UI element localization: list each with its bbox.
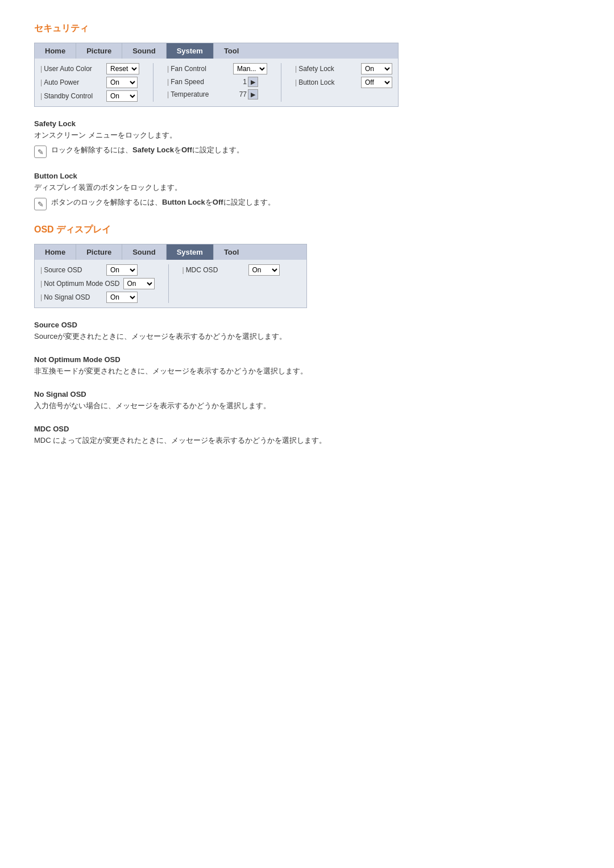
security-col-2: Fan Control Man... Auto Fan Speed 1 ▶ Te… [167, 63, 267, 102]
row-source-osd: Source OSD On Off [40, 264, 155, 276]
mdc-osd-desc: MDC によって設定が変更されたときに、メッセージを表示するかどうかを選択します… [34, 435, 489, 446]
security-tabs: Home Picture Sound System Tool [35, 43, 398, 59]
button-lock-section: Button Lock ディスプレイ装置のボタンをロックします。 ✎ ボタンのロ… [34, 172, 489, 210]
security-col-3: Safety Lock On Off Button Lock On Off [295, 63, 392, 102]
button-lock-title: Button Lock [34, 172, 489, 180]
not-optimum-osd-section: Not Optimum Mode OSD 非互換モードが変更されたときに、メッセ… [34, 355, 489, 376]
safety-lock-section: Safety Lock オンスクリーン メニューをロックします。 ✎ ロックを解… [34, 119, 489, 158]
row-mdc-osd: MDC OSD On Off [182, 264, 280, 276]
fan-speed-arrow[interactable]: ▶ [248, 77, 258, 87]
label-source-osd: Source OSD [40, 266, 103, 274]
select-user-auto-color[interactable]: Reset [106, 63, 139, 74]
not-optimum-osd-desc: 非互換モードが変更されたときに、メッセージを表示するかどうかを選択します。 [34, 366, 489, 376]
not-optimum-osd-title: Not Optimum Mode OSD [34, 355, 489, 364]
osd-col-divider [168, 264, 169, 303]
row-temperature: Temperature 77 ▶ [167, 89, 267, 99]
osd-title: OSD ディスプレイ [34, 224, 580, 236]
row-no-signal-osd: No Signal OSD On Off [40, 292, 155, 303]
tab-system-osd[interactable]: System [167, 244, 214, 260]
security-title: セキュリティ [34, 23, 580, 35]
security-col-1: User Auto Color Reset Auto Power On Off … [40, 63, 139, 102]
label-fan-control: Fan Control [167, 65, 230, 73]
security-body: User Auto Color Reset Auto Power On Off … [35, 59, 398, 106]
security-table: Home Picture Sound System Tool User Auto… [34, 43, 399, 107]
select-standby-control[interactable]: On Off [106, 90, 138, 102]
button-lock-note: ボタンのロックを解除するには、Button LockをOffに設定します。 [51, 197, 275, 207]
tab-picture-osd[interactable]: Picture [76, 244, 122, 260]
label-mdc-osd: MDC OSD [182, 266, 245, 274]
label-auto-power: Auto Power [40, 78, 103, 86]
fan-speed-value-box: 1 ▶ [233, 77, 258, 87]
no-signal-osd-title: No Signal OSD [34, 390, 489, 398]
button-lock-note-row: ✎ ボタンのロックを解除するには、Button LockをOffに設定します。 [34, 197, 489, 210]
col-divider-1 [153, 63, 154, 102]
label-user-auto-color: User Auto Color [40, 65, 103, 73]
tab-tool-osd[interactable]: Tool [214, 244, 249, 260]
osd-col-1: Source OSD On Off Not Optimum Mode OSD O… [40, 264, 155, 303]
label-not-optimum-osd: Not Optimum Mode OSD [40, 280, 120, 288]
row-button-lock: Button Lock On Off [295, 77, 392, 88]
no-signal-osd-desc: 入力信号がない場合に、メッセージを表示するかどうかを選択します。 [34, 401, 489, 411]
tab-home-security[interactable]: Home [35, 43, 76, 59]
safety-lock-title: Safety Lock [34, 119, 489, 128]
osd-table: Home Picture Sound System Tool Source OS… [34, 244, 307, 308]
mdc-osd-section: MDC OSD MDC によって設定が変更されたときに、メッセージを表示するかど… [34, 425, 489, 446]
source-osd-title: Source OSD [34, 321, 489, 329]
label-temperature: Temperature [167, 90, 230, 98]
safety-lock-desc: オンスクリーン メニューをロックします。 [34, 130, 489, 140]
label-button-lock: Button Lock [295, 78, 358, 86]
note-icon-safety: ✎ [34, 146, 47, 158]
col-divider-2 [281, 63, 281, 102]
label-safety-lock: Safety Lock [295, 65, 358, 73]
row-safety-lock: Safety Lock On Off [295, 63, 392, 74]
mdc-osd-title: MDC OSD [34, 425, 489, 433]
note-icon-button: ✎ [34, 198, 47, 210]
select-mdc-osd[interactable]: On Off [248, 264, 280, 276]
row-fan-control: Fan Control Man... Auto [167, 63, 267, 74]
select-fan-control[interactable]: Man... Auto [233, 63, 267, 74]
source-osd-desc: Sourceが変更されたときに、メッセージを表示するかどうかを選択します。 [34, 331, 489, 342]
label-no-signal-osd: No Signal OSD [40, 293, 103, 301]
security-section: セキュリティ Home Picture Sound System Tool Us… [34, 23, 580, 210]
tab-picture-security[interactable]: Picture [76, 43, 122, 59]
label-standby-control: Standby Control [40, 92, 103, 100]
source-osd-section: Source OSD Sourceが変更されたときに、メッセージを表示するかどう… [34, 321, 489, 342]
select-no-signal-osd[interactable]: On Off [106, 292, 138, 303]
button-lock-desc: ディスプレイ装置のボタンをロックします。 [34, 182, 489, 193]
tab-home-osd[interactable]: Home [35, 244, 76, 260]
select-button-lock[interactable]: On Off [361, 77, 392, 88]
row-standby-control: Standby Control On Off [40, 90, 139, 102]
row-user-auto-color: User Auto Color Reset [40, 63, 139, 74]
no-signal-osd-section: No Signal OSD 入力信号がない場合に、メッセージを表示するかどうかを… [34, 390, 489, 411]
safety-lock-note: ロックを解除するには、Safety LockをOffに設定します。 [51, 145, 244, 155]
select-not-optimum-osd[interactable]: On Off [123, 278, 155, 289]
tab-system-security[interactable]: System [167, 43, 214, 59]
select-auto-power[interactable]: On Off [106, 77, 138, 88]
tab-sound-osd[interactable]: Sound [122, 244, 166, 260]
select-safety-lock[interactable]: On Off [361, 63, 392, 74]
temperature-value: 77 [233, 90, 247, 98]
fan-speed-value: 1 [233, 78, 247, 86]
osd-body: Source OSD On Off Not Optimum Mode OSD O… [35, 260, 306, 308]
select-source-osd[interactable]: On Off [106, 264, 138, 276]
osd-section: OSD ディスプレイ Home Picture Sound System Too… [34, 224, 580, 446]
row-fan-speed: Fan Speed 1 ▶ [167, 77, 267, 87]
temperature-arrow[interactable]: ▶ [248, 89, 258, 99]
osd-tabs: Home Picture Sound System Tool [35, 244, 306, 260]
tab-tool-security[interactable]: Tool [214, 43, 249, 59]
osd-col-2: MDC OSD On Off [182, 264, 280, 303]
row-not-optimum-osd: Not Optimum Mode OSD On Off [40, 278, 155, 289]
tab-sound-security[interactable]: Sound [122, 43, 166, 59]
label-fan-speed: Fan Speed [167, 78, 230, 86]
temperature-value-box: 77 ▶ [233, 89, 258, 99]
safety-lock-note-row: ✎ ロックを解除するには、Safety LockをOffに設定します。 [34, 145, 489, 158]
row-auto-power: Auto Power On Off [40, 77, 139, 88]
